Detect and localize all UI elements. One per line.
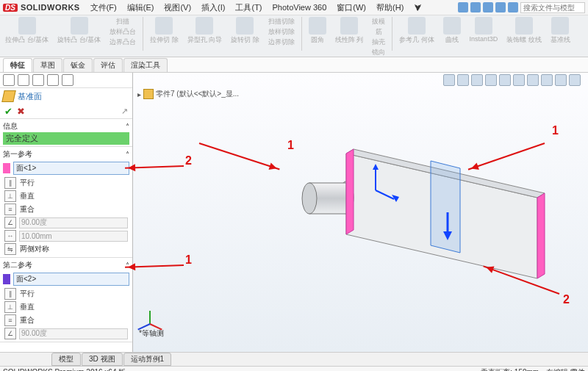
view-orient-icon[interactable] bbox=[499, 74, 511, 86]
ref2-angle-input[interactable] bbox=[19, 328, 128, 339]
view-settings-icon[interactable] bbox=[569, 74, 581, 86]
app-logo: DS SOLIDWORKS bbox=[3, 3, 80, 12]
zoom-area-icon[interactable] bbox=[457, 74, 469, 86]
menu-bar: DS SOLIDWORKS 文件(F) 编辑(E) 视图(V) 插入(I) 工具… bbox=[0, 0, 588, 15]
pushpin-icon[interactable]: ↗ bbox=[121, 107, 128, 116]
menu-edit[interactable]: 编辑(E) bbox=[123, 1, 159, 14]
ref1-angle-input[interactable] bbox=[19, 217, 128, 228]
prev-view-icon[interactable] bbox=[471, 74, 483, 86]
tab-model[interactable]: 模型 bbox=[51, 353, 81, 366]
rb-revolve-cut[interactable]: 旋转切 除 bbox=[229, 17, 262, 45]
opt-perpendicular-2[interactable]: ⊥垂直 bbox=[3, 300, 129, 314]
menu-file[interactable]: 文件(F) bbox=[86, 1, 121, 14]
axis-icon bbox=[551, 17, 569, 35]
pm-ok-row: ✔ ✖ ↗ bbox=[0, 104, 132, 119]
open-icon[interactable] bbox=[470, 2, 481, 12]
extrude-boss-icon bbox=[18, 17, 36, 35]
perpendicular-icon: ⊥ bbox=[4, 190, 16, 202]
annotation-label-1c: 1 bbox=[185, 253, 192, 267]
tab-sheetmetal[interactable]: 钣金 bbox=[63, 58, 93, 72]
svg-marker-11 bbox=[346, 149, 354, 234]
pm-info-header[interactable]: 信息˄ bbox=[3, 120, 129, 132]
rb-sweep-cut[interactable]: 扫描切除放样切除边界切除 bbox=[266, 17, 297, 47]
linear-pattern-icon bbox=[340, 17, 358, 35]
logo-text: SOLIDWORKS bbox=[21, 3, 80, 12]
menu-window[interactable]: 窗口(W) bbox=[332, 1, 370, 14]
hide-show-icon[interactable] bbox=[527, 74, 539, 86]
ok-button[interactable]: ✔ bbox=[4, 106, 12, 117]
ref2-selection-box[interactable]: 面<2> bbox=[13, 273, 129, 286]
menu-insert[interactable]: 插入(I) bbox=[197, 1, 229, 14]
menu-view[interactable]: 视图(V) bbox=[159, 1, 196, 14]
rb-curves[interactable]: 曲线 bbox=[441, 17, 463, 45]
tab-3dview[interactable]: 3D 视图 bbox=[82, 353, 123, 366]
save-icon[interactable] bbox=[483, 2, 493, 12]
tab-motion[interactable]: 运动算例1 bbox=[123, 353, 172, 366]
opt-parallel-2[interactable]: ∥平行 bbox=[3, 287, 129, 300]
print-icon[interactable] bbox=[495, 2, 506, 12]
cancel-button[interactable]: ✖ bbox=[17, 106, 25, 117]
perpendicular-icon: ⊥ bbox=[4, 301, 16, 313]
section-view-icon[interactable] bbox=[485, 74, 497, 86]
pm-status: 完全定义 bbox=[3, 132, 129, 145]
rb-revolve-boss[interactable]: 旋转凸 台/基体 bbox=[55, 17, 103, 45]
rb-fillet[interactable]: 圆角 bbox=[306, 17, 329, 45]
rb-sweep[interactable]: 扫描放样凸台边界凸台 bbox=[107, 17, 138, 47]
pm-tab-display-icon[interactable] bbox=[62, 74, 74, 86]
menu-photoview[interactable]: PhotoView 360 bbox=[268, 2, 331, 12]
flyout-tree[interactable]: ▸ 零件7 (默认<<默认>_显... bbox=[137, 89, 239, 99]
chevron-up-icon: ˄ bbox=[126, 123, 129, 131]
status-distance-label: 垂直距离: bbox=[481, 368, 512, 372]
rb-ref-geom[interactable]: 参考几 何体 bbox=[397, 17, 437, 45]
tab-features[interactable]: 特征 bbox=[3, 58, 32, 72]
hole-wizard-icon bbox=[196, 17, 213, 35]
pm-tab-feature-icon[interactable] bbox=[3, 74, 15, 86]
opt-parallel[interactable]: ∥平行 bbox=[3, 176, 129, 190]
tab-render[interactable]: 渲染工具 bbox=[123, 58, 168, 72]
rb-hole-wizard[interactable]: 异型孔 向导 bbox=[185, 17, 225, 45]
options-icon[interactable] bbox=[508, 2, 518, 12]
pm-ref2-header[interactable]: 第二参考˄ bbox=[3, 259, 129, 271]
ref1-distance-input[interactable] bbox=[19, 231, 128, 242]
opt-coincident[interactable]: ≡重合 bbox=[3, 203, 129, 216]
part-icon bbox=[143, 89, 154, 99]
pm-ref1-header[interactable]: 第一参考˄ bbox=[3, 148, 129, 160]
tab-sketch[interactable]: 草图 bbox=[33, 58, 62, 72]
tab-evaluate[interactable]: 评估 bbox=[93, 58, 123, 72]
rb-extrude-boss[interactable]: 拉伸凸 台/基体 bbox=[3, 17, 51, 45]
rb-draft[interactable]: 拔模筋抽壳镜向 bbox=[370, 17, 387, 57]
orientation-triad[interactable] bbox=[139, 298, 168, 327]
new-icon[interactable] bbox=[458, 2, 468, 12]
rb-instant3d[interactable]: Instant3D bbox=[467, 17, 501, 43]
opt-perpendicular[interactable]: ⊥垂直 bbox=[3, 190, 129, 203]
rb-thread[interactable]: 装饰螺 纹线 bbox=[504, 17, 544, 45]
rb-extrude-cut[interactable]: 拉伸切 除 bbox=[148, 17, 181, 45]
svg-marker-6 bbox=[431, 161, 460, 253]
status-edit-mode: 在编辑 零件 bbox=[546, 367, 585, 372]
pm-tab-dimxpert-icon[interactable] bbox=[47, 74, 59, 86]
menu-help[interactable]: 帮助(H) bbox=[372, 1, 408, 14]
bottom-tabs: 模型 3D 视图 运动算例1 bbox=[0, 352, 588, 366]
pm-title-text: 基准面 bbox=[18, 91, 42, 102]
opt-coincident-2[interactable]: ≡重合 bbox=[3, 314, 129, 327]
display-style-icon[interactable] bbox=[513, 74, 525, 86]
pm-tab-config-icon[interactable] bbox=[32, 74, 44, 86]
ref1-selection-box[interactable]: 面<1> bbox=[13, 162, 129, 175]
menu-search bbox=[458, 2, 585, 13]
opt-symmetric[interactable]: ⇋两侧对称 bbox=[3, 242, 129, 256]
rb-axis[interactable]: 基准线 bbox=[548, 17, 573, 45]
rb-linear-pattern[interactable]: 线性阵 列 bbox=[333, 17, 366, 45]
graphics-viewport[interactable]: ▸ 零件7 (默认<<默认>_显... 1 bbox=[133, 73, 588, 352]
search-input[interactable] bbox=[520, 2, 585, 13]
curves-icon bbox=[443, 17, 461, 35]
menu-dropdown-icon[interactable]: ⮟ bbox=[409, 2, 426, 12]
status-distance-value: 150mm bbox=[514, 368, 539, 372]
apply-scene-icon[interactable] bbox=[555, 74, 567, 86]
menu-tools[interactable]: 工具(T) bbox=[231, 1, 266, 14]
heads-up-toolbar bbox=[443, 74, 581, 86]
pm-tab-property-icon[interactable] bbox=[18, 74, 29, 86]
expand-icon[interactable]: ▸ bbox=[137, 90, 141, 98]
edit-appearance-icon[interactable] bbox=[541, 74, 553, 86]
zoom-fit-icon[interactable] bbox=[443, 74, 455, 86]
annotation-label-1b: 1 bbox=[552, 124, 559, 137]
